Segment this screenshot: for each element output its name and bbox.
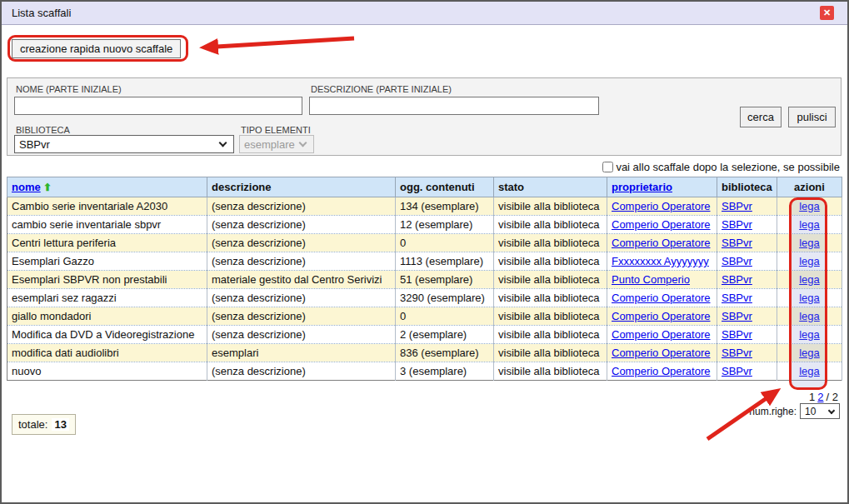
azione-link[interactable]: lega bbox=[799, 218, 820, 231]
proprietario-link[interactable]: Comperio Operatore bbox=[612, 365, 711, 377]
cell-azione: lega bbox=[777, 271, 842, 289]
pagination-current-page: 1 bbox=[809, 391, 815, 403]
go-to-shelf-checkbox[interactable] bbox=[602, 162, 613, 172]
cell-nome: giallo mondadori bbox=[7, 307, 207, 326]
cell-ogg_contenuti: 12 (esemplare) bbox=[396, 216, 494, 234]
biblioteca-link[interactable]: SBPvr bbox=[722, 273, 752, 286]
biblioteca-link[interactable]: SBPvr bbox=[722, 200, 752, 212]
proprietario-link[interactable]: Fxxxxxxxx Ayyyyyyy bbox=[612, 255, 709, 267]
sort-ascending-icon: ⬆ bbox=[43, 182, 52, 193]
azione-link[interactable]: lega bbox=[799, 365, 820, 377]
cell-proprietario: Comperio Operatore bbox=[607, 344, 717, 362]
table-row[interactable]: Cambio serie inventariale A2030(senza de… bbox=[7, 197, 842, 216]
cell-proprietario: Fxxxxxxxx Ayyyyyyy bbox=[607, 252, 717, 271]
table-row[interactable]: nuovo(senza descrizione)3 (esemplare)vis… bbox=[7, 362, 842, 381]
go-to-shelf-label: vai allo scaffale dopo la selezione, se … bbox=[616, 161, 840, 173]
azione-link[interactable]: lega bbox=[799, 310, 820, 322]
biblioteca-link[interactable]: SBPvr bbox=[722, 328, 752, 341]
descrizione-input[interactable] bbox=[309, 97, 599, 115]
cell-descrizione: (senza descrizione) bbox=[207, 197, 396, 216]
cell-descrizione: (senza descrizione) bbox=[207, 362, 396, 381]
rows-per-page-select[interactable]: 10 bbox=[800, 403, 840, 419]
cell-stato: visibile alla biblioteca bbox=[494, 326, 607, 344]
cell-descrizione: (senza descrizione) bbox=[207, 234, 396, 252]
table-body: Cambio serie inventariale A2030(senza de… bbox=[7, 197, 842, 381]
table-row[interactable]: giallo mondadori(senza descrizione)0visi… bbox=[7, 307, 842, 326]
cell-ogg_contenuti: 0 bbox=[396, 234, 494, 252]
proprietario-link[interactable]: Comperio Operatore bbox=[612, 292, 711, 304]
cell-ogg_contenuti: 836 (esemplare) bbox=[396, 344, 494, 362]
azione-link[interactable]: lega bbox=[799, 292, 820, 304]
table-row[interactable]: Esemplari SBPVR non prestabilimateriale … bbox=[7, 271, 842, 289]
cell-nome: Modifica da DVD a Videoregistrazione bbox=[7, 326, 207, 344]
cell-stato: visibile alla biblioteca bbox=[494, 289, 607, 307]
cell-stato: visibile alla biblioteca bbox=[494, 252, 607, 271]
proprietario-link[interactable]: Comperio Operatore bbox=[612, 310, 711, 322]
cell-azione: lega bbox=[777, 344, 842, 362]
proprietario-link[interactable]: Comperio Operatore bbox=[612, 218, 711, 231]
window-title: Lista scaffali bbox=[12, 7, 71, 19]
cerca-button[interactable]: cerca bbox=[740, 107, 782, 127]
azione-link[interactable]: lega bbox=[799, 237, 820, 249]
biblioteca-link[interactable]: SBPvr bbox=[722, 218, 752, 231]
cell-azione: lega bbox=[777, 252, 842, 271]
cell-descrizione: materiale gestito dal Centro Serivizi bbox=[207, 271, 396, 289]
col-header-descrizione: descrizione bbox=[207, 177, 396, 197]
azione-link[interactable]: lega bbox=[799, 200, 820, 212]
cell-biblioteca: SBPvr bbox=[717, 362, 777, 381]
table-row[interactable]: Esemplari Gazzo(senza descrizione)1113 (… bbox=[7, 252, 842, 271]
proprietario-link[interactable]: Comperio Operatore bbox=[612, 200, 711, 212]
cell-azione: lega bbox=[777, 362, 842, 381]
cell-stato: visibile alla biblioteca bbox=[494, 234, 607, 252]
proprietario-link[interactable]: Comperio Operatore bbox=[612, 328, 711, 341]
quick-create-shelf-button[interactable]: creazione rapida nuovo scaffale bbox=[12, 39, 181, 58]
biblioteca-link[interactable]: SBPvr bbox=[722, 310, 752, 322]
proprietario-link[interactable]: Comperio Operatore bbox=[612, 237, 711, 249]
col-header-azioni: azioni bbox=[777, 177, 842, 197]
cell-azione: lega bbox=[777, 307, 842, 326]
azione-link[interactable]: lega bbox=[799, 273, 820, 286]
cell-stato: visibile alla biblioteca bbox=[494, 216, 607, 234]
col-header-proprietario: proprietario bbox=[607, 177, 717, 197]
cell-descrizione: (senza descrizione) bbox=[207, 307, 396, 326]
azione-link[interactable]: lega bbox=[799, 328, 820, 341]
col-header-stato: stato bbox=[494, 177, 607, 197]
table-row[interactable]: esemplari sez ragazzi(senza descrizione)… bbox=[7, 289, 842, 307]
biblioteca-link[interactable]: SBPvr bbox=[722, 237, 752, 249]
cell-descrizione: (senza descrizione) bbox=[207, 289, 396, 307]
cell-biblioteca: SBPvr bbox=[717, 326, 777, 344]
cell-ogg_contenuti: 3290 (esemplare) bbox=[396, 289, 494, 307]
table-row[interactable]: Modifica da DVD a Videoregistrazione(sen… bbox=[7, 326, 842, 344]
cell-stato: visibile alla biblioteca bbox=[494, 271, 607, 289]
proprietario-link[interactable]: Comperio Operatore bbox=[612, 347, 711, 359]
biblioteca-select[interactable]: SBPvr bbox=[14, 135, 234, 153]
pulisci-button[interactable]: pulisci bbox=[788, 107, 836, 127]
azione-link[interactable]: lega bbox=[799, 255, 820, 267]
pagination-total: / 2 bbox=[827, 391, 838, 403]
table-row[interactable]: Centri lettura periferia(senza descrizio… bbox=[7, 234, 842, 252]
biblioteca-link[interactable]: SBPvr bbox=[722, 347, 752, 359]
col-header-ogg-contenuti: ogg. contenuti bbox=[396, 177, 494, 197]
total-count-box: totale: 13 bbox=[12, 414, 76, 435]
close-icon[interactable]: ✕ bbox=[820, 6, 834, 20]
table-row[interactable]: cambio serie inventariale sbpvr(senza de… bbox=[7, 216, 842, 234]
pagination-page-2-link[interactable]: 2 bbox=[817, 391, 823, 403]
nome-label: NOME (PARTE INIZIALE) bbox=[16, 84, 122, 94]
nome-input[interactable] bbox=[14, 97, 302, 115]
cell-nome: Cambio serie inventariale A2030 bbox=[7, 197, 207, 216]
table-row[interactable]: modifica dati audiolibriesemplari836 (es… bbox=[7, 344, 842, 362]
biblioteca-link[interactable]: SBPvr bbox=[722, 292, 752, 304]
azione-link[interactable]: lega bbox=[799, 347, 820, 359]
biblioteca-link[interactable]: SBPvr bbox=[722, 365, 752, 377]
cell-biblioteca: SBPvr bbox=[717, 289, 777, 307]
cell-nome: cambio serie inventariale sbpvr bbox=[7, 216, 207, 234]
cell-biblioteca: SBPvr bbox=[717, 344, 777, 362]
cell-nome: modifica dati audiolibri bbox=[7, 344, 207, 362]
cell-proprietario: Comperio Operatore bbox=[607, 234, 717, 252]
sort-by-proprietario-link[interactable]: proprietario bbox=[612, 181, 672, 193]
cell-descrizione: esemplari bbox=[207, 344, 396, 362]
proprietario-link[interactable]: Punto Comperio bbox=[612, 273, 690, 286]
search-panel: NOME (PARTE INIZIALE) DESCRIZIONE (PARTE… bbox=[7, 77, 842, 156]
biblioteca-link[interactable]: SBPvr bbox=[722, 255, 752, 267]
sort-by-nome-link[interactable]: nome bbox=[12, 181, 41, 193]
